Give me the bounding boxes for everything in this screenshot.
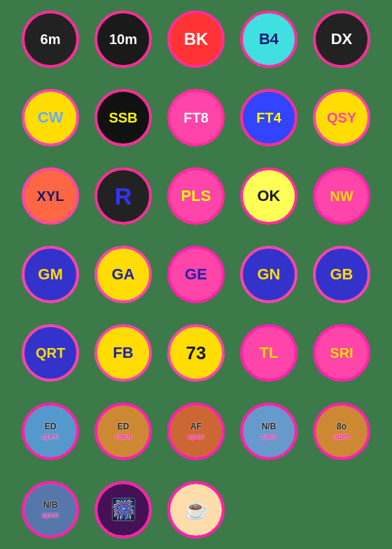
grid-cell-73: 73 — [161, 315, 231, 391]
grid-cell-open5: 8oopen — [307, 394, 377, 469]
badge-label-open2: EDopen — [115, 422, 132, 441]
badge-nw[interactable]: NW — [313, 167, 370, 225]
badge-label-open1: EDopen — [42, 422, 59, 441]
grid-cell-ge: GE — [161, 237, 231, 312]
badge-open3[interactable]: AFopen — [167, 403, 225, 460]
grid-cell-gb: GB — [307, 237, 377, 312]
badge-pls[interactable]: PLS — [167, 167, 225, 225]
badge-sri[interactable]: SRI — [313, 324, 370, 382]
grid-cell-ft4: FT4 — [234, 80, 304, 155]
badge-text-sri: SRI — [330, 345, 353, 361]
grid-cell-bk: BK — [161, 1, 231, 77]
grid-cell-pls: PLS — [161, 158, 231, 234]
grid-cell-ga: GA — [88, 237, 158, 312]
badge-label-open6: N/Bopen — [42, 500, 59, 520]
badge-qrt[interactable]: QRT — [22, 324, 79, 382]
badge-label-open7: 🎆 — [111, 498, 136, 522]
badge-text-gb: GB — [330, 265, 354, 284]
badge-gm[interactable]: GM — [22, 246, 79, 303]
grid-cell-dx: DX — [307, 1, 377, 77]
badge-text-r: R — [115, 183, 132, 210]
badge-ssb[interactable]: SSB — [94, 89, 152, 146]
badge-bk[interactable]: BK — [167, 11, 225, 68]
grid-cell-xyl: XYL — [15, 158, 85, 234]
badge-text-cw: CW — [38, 109, 64, 127]
grid-cell-open4: N/Bopen — [234, 394, 304, 469]
grid-cell-6m: 6m — [15, 1, 85, 77]
badge-qsy[interactable]: QSY — [313, 89, 370, 146]
badge-text-qrt: QRT — [36, 345, 65, 361]
badge-73[interactable]: 73 — [167, 324, 225, 382]
badge-6m[interactable]: 6m — [22, 11, 79, 68]
badge-gn[interactable]: GN — [240, 246, 298, 303]
grid-cell-open3: AFopen — [161, 394, 231, 469]
badge-ft8[interactable]: FT8 — [167, 89, 225, 146]
badge-text-dx: DX — [331, 30, 353, 48]
badge-text-gm: GM — [38, 265, 62, 284]
badge-grid: 6m10mBKB4DXCWSSBFT8FT4QSYXYLRPLSOKNWGMGA… — [8, 0, 384, 549]
badge-text-ft4: FT4 — [256, 110, 281, 126]
badge-text-fb: FB — [113, 344, 133, 362]
badge-text-b4: B4 — [259, 30, 279, 48]
grid-cell-empty2 — [307, 472, 377, 548]
badge-text-ft8: FT8 — [183, 110, 209, 126]
badge-tl[interactable]: TL — [240, 324, 298, 382]
grid-cell-nw: NW — [307, 158, 377, 234]
badge-open2[interactable]: EDopen — [94, 403, 152, 460]
badge-label-open5: 8oopen — [333, 422, 350, 441]
badge-r[interactable]: R — [94, 167, 152, 225]
grid-cell-open7: 🎆 — [88, 472, 158, 548]
badge-label-open8: ☕ — [184, 498, 209, 522]
grid-cell-gn: GN — [234, 237, 304, 312]
badge-open8[interactable]: ☕ — [167, 481, 225, 538]
badge-open4[interactable]: N/Bopen — [240, 403, 298, 460]
badge-open7[interactable]: 🎆 — [94, 481, 152, 538]
badge-text-6m: 6m — [41, 32, 61, 48]
badge-b4[interactable]: B4 — [240, 11, 298, 68]
badge-text-bk: BK — [184, 29, 209, 49]
badge-text-ssb: SSB — [108, 110, 137, 126]
badge-ge[interactable]: GE — [167, 246, 225, 303]
grid-cell-qsy: QSY — [307, 80, 377, 155]
grid-cell-open2: EDopen — [88, 394, 158, 469]
badge-dx[interactable]: DX — [313, 11, 370, 68]
grid-cell-ft8: FT8 — [161, 80, 231, 155]
grid-cell-cw: CW — [15, 80, 85, 155]
grid-cell-sri: SRI — [307, 315, 377, 391]
badge-text-gn: GN — [258, 265, 281, 284]
badge-text-tl: TL — [260, 344, 279, 362]
grid-cell-ssb: SSB — [88, 80, 158, 155]
badge-text-ge: GE — [185, 265, 207, 284]
badge-fb[interactable]: FB — [94, 324, 152, 382]
badge-text-ok: OK — [258, 187, 281, 205]
grid-cell-b4: B4 — [234, 1, 304, 77]
badge-text-qsy: QSY — [327, 110, 356, 126]
grid-cell-10m: 10m — [88, 1, 158, 77]
badge-ft4[interactable]: FT4 — [240, 89, 298, 146]
grid-cell-open6: N/Bopen — [15, 472, 85, 548]
badge-ok[interactable]: OK — [240, 167, 298, 225]
badge-ga[interactable]: GA — [94, 246, 152, 303]
badge-text-nw: NW — [330, 188, 353, 204]
grid-cell-empty1 — [234, 472, 304, 548]
badge-text-pls: PLS — [181, 187, 211, 205]
badge-10m[interactable]: 10m — [94, 11, 152, 68]
badge-label-open4: N/Bopen — [260, 422, 277, 441]
grid-cell-gm: GM — [15, 237, 85, 312]
badge-open1[interactable]: EDopen — [22, 403, 79, 460]
badge-text-ga: GA — [112, 265, 135, 284]
badge-cw[interactable]: CW — [22, 89, 79, 146]
grid-cell-open8: ☕ — [161, 472, 231, 548]
badge-open6[interactable]: N/Bopen — [22, 481, 79, 538]
badge-text-xyl: XYL — [37, 188, 64, 204]
badge-text-73: 73 — [186, 342, 206, 364]
badge-open5[interactable]: 8oopen — [313, 403, 370, 460]
badge-label-open3: AFopen — [188, 422, 204, 441]
grid-cell-r: R — [88, 158, 158, 234]
grid-cell-qrt: QRT — [15, 315, 85, 391]
badge-text-10m: 10m — [109, 32, 137, 48]
grid-cell-tl: TL — [234, 315, 304, 391]
grid-cell-open1: EDopen — [15, 394, 85, 469]
badge-gb[interactable]: GB — [313, 246, 370, 303]
badge-xyl[interactable]: XYL — [22, 167, 79, 225]
